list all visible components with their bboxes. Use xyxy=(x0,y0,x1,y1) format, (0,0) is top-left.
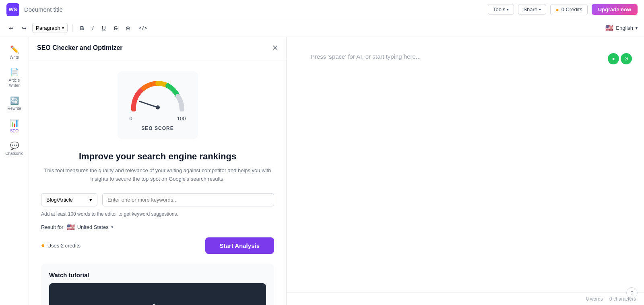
country-chevron-icon: ▾ xyxy=(111,225,114,230)
main-layout: ✏️ Write 📄 Article Writer 🔄 Rewrite 📊 SE… xyxy=(0,37,644,305)
country-select[interactable]: 🇺🇸 United States ▾ xyxy=(67,223,114,231)
controls-row: Blog/Article ▾ xyxy=(41,193,274,206)
tools-button[interactable]: Tools ▾ xyxy=(488,4,514,15)
hint-text: Add at least 100 words to the editor to … xyxy=(41,211,274,217)
content-type-select[interactable]: Blog/Article ▾ xyxy=(41,193,97,206)
toolbar: ↩ ↪ Paragraph ▾ B I U S ⊕ </> 🇺🇸 English… xyxy=(0,19,644,37)
ai-assist-icon[interactable]: ● xyxy=(608,53,619,64)
sidebar-item-write[interactable]: ✏️ Write xyxy=(2,42,27,63)
flag-icon: 🇺🇸 xyxy=(605,24,613,32)
redo-button[interactable]: ↪ xyxy=(19,23,29,33)
country-flag-icon: 🇺🇸 xyxy=(67,223,75,231)
tutorial-video[interactable]: ▶ xyxy=(49,283,266,305)
grammar-check-icon[interactable]: G xyxy=(621,53,632,64)
seo-icon: 📊 xyxy=(10,119,19,128)
credit-coin-icon: ● xyxy=(41,242,45,249)
language-select[interactable]: 🇺🇸 English ▾ xyxy=(605,24,638,32)
improve-title: Improve your search engine rankings xyxy=(41,151,274,162)
play-icon: ▶ xyxy=(153,301,162,305)
seo-panel: SEO Checker and Optimizer ✕ xyxy=(29,37,287,305)
improve-desc: This tool measures the quality and relev… xyxy=(41,167,274,183)
rewrite-icon: 🔄 xyxy=(10,96,19,105)
svg-point-1 xyxy=(156,105,160,109)
toolbar-right: 🇺🇸 English ▾ xyxy=(605,24,638,32)
country-name: United States xyxy=(77,224,109,230)
tutorial-box: Watch tutorial ▶ xyxy=(41,264,274,305)
paragraph-select[interactable]: Paragraph ▾ xyxy=(32,23,68,33)
result-row: Result for 🇺🇸 United States ▾ xyxy=(41,223,274,231)
panel-content: Improve your search engine rankings This… xyxy=(29,143,286,305)
share-chevron-icon: ▾ xyxy=(539,7,541,12)
sidebar-chatsonic-label: Chatsonic xyxy=(5,151,23,156)
write-icon: ✏️ xyxy=(10,45,19,54)
seo-gauge-svg xyxy=(130,79,186,111)
sidebar-item-rewrite[interactable]: 🔄 Rewrite xyxy=(2,93,27,114)
sidebar-item-article-writer[interactable]: 📄 Article Writer xyxy=(2,64,27,91)
svg-line-0 xyxy=(140,101,158,107)
keywords-input[interactable] xyxy=(102,193,274,206)
header: WS Document title Tools ▾ Share ▾ ● 0 Cr… xyxy=(0,0,644,19)
bold-button[interactable]: B xyxy=(78,23,87,33)
header-right: Tools ▾ Share ▾ ● 0 Credits Upgrade now xyxy=(488,4,638,15)
panel-header: SEO Checker and Optimizer ✕ xyxy=(29,37,286,59)
credits-info: ● Uses 2 credits xyxy=(41,242,80,249)
italic-button[interactable]: I xyxy=(90,23,96,33)
editor-icons: ● G xyxy=(608,53,632,64)
toolbar-divider xyxy=(72,24,73,32)
coin-icon: ● xyxy=(555,6,559,13)
article-writer-icon: 📄 xyxy=(10,68,19,76)
tutorial-title: Watch tutorial xyxy=(49,272,266,278)
upgrade-button[interactable]: Upgrade now xyxy=(592,4,638,15)
gauge-min: 0 xyxy=(130,115,132,122)
strikethrough-button[interactable]: S xyxy=(111,23,120,33)
editor-placeholder: Press 'space' for AI, or start typing he… xyxy=(311,53,421,60)
credits-button[interactable]: ● 0 Credits xyxy=(550,4,588,15)
tools-chevron-icon: ▾ xyxy=(507,7,509,12)
sidebar-seo-label: SEO xyxy=(10,129,19,133)
undo-button[interactable]: ↩ xyxy=(6,23,16,33)
gauge-labels: 0 100 xyxy=(130,115,186,122)
code-button[interactable]: </> xyxy=(136,24,150,33)
close-button[interactable]: ✕ xyxy=(272,43,278,52)
chatsonic-icon: 💬 xyxy=(10,141,19,150)
editor-area: Press 'space' for AI, or start typing he… xyxy=(287,37,644,305)
help-button[interactable]: ? xyxy=(626,287,638,299)
sidebar-write-label: Write xyxy=(10,55,19,60)
gauge-box: 0 100 SEO SCORE xyxy=(118,71,198,139)
document-title[interactable]: Document title xyxy=(24,6,483,13)
underline-button[interactable]: U xyxy=(99,23,108,33)
panel-title: SEO Checker and Optimizer xyxy=(37,44,123,52)
sidebar: ✏️ Write 📄 Article Writer 🔄 Rewrite 📊 SE… xyxy=(0,37,29,305)
action-row: ● Uses 2 credits Start Analysis xyxy=(41,237,274,254)
sidebar-item-seo[interactable]: 📊 SEO xyxy=(2,115,27,136)
share-button[interactable]: Share ▾ xyxy=(518,4,546,15)
start-analysis-button[interactable]: Start Analysis xyxy=(205,237,275,254)
sidebar-article-label: Article Writer xyxy=(6,78,23,88)
sidebar-item-chatsonic[interactable]: 💬 Chatsonic xyxy=(2,138,27,159)
gauge-container: 0 100 SEO SCORE xyxy=(29,59,286,143)
app-logo: WS xyxy=(6,3,19,16)
sidebar-rewrite-label: Rewrite xyxy=(8,106,21,111)
result-for-label: Result for xyxy=(41,224,64,230)
content-type-chevron-icon: ▾ xyxy=(89,197,92,203)
link-button[interactable]: ⊕ xyxy=(123,23,133,33)
gauge-max: 100 xyxy=(177,115,186,122)
word-count: 0 words xyxy=(586,296,603,302)
seo-score-label: SEO SCORE xyxy=(141,126,173,131)
editor-footer: 0 words 0 characters xyxy=(287,293,644,305)
credits-label: Uses 2 credits xyxy=(47,243,80,249)
editor-content[interactable]: Press 'space' for AI, or start typing he… xyxy=(287,37,644,293)
lang-chevron-icon: ▾ xyxy=(636,26,638,30)
para-chevron-icon: ▾ xyxy=(62,26,64,30)
